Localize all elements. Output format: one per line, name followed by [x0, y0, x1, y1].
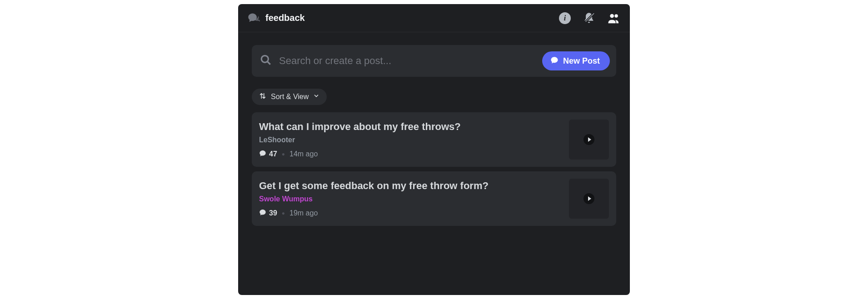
- search-bar: New Post: [252, 45, 616, 77]
- channel-name: feedback: [265, 13, 305, 23]
- post-meta: 47 ● 14m ago: [259, 150, 562, 159]
- comment-count: 39: [259, 209, 277, 218]
- search-input[interactable]: [279, 55, 535, 67]
- new-post-button[interactable]: New Post: [542, 51, 610, 70]
- svg-line-4: [267, 61, 270, 65]
- post-card[interactable]: Get I get some feedback on my free throw…: [252, 171, 616, 226]
- comment-count-value: 47: [269, 150, 277, 158]
- post-thumbnail[interactable]: [569, 179, 609, 219]
- post-body: What can I improve about my free throws?…: [259, 120, 562, 159]
- post-author: LeShooter: [259, 136, 562, 144]
- content-area: New Post Sort & View What can I improve …: [238, 32, 630, 226]
- forum-channel-icon: [247, 12, 260, 25]
- new-post-label: New Post: [563, 56, 600, 66]
- separator-dot: ●: [282, 210, 285, 216]
- post-card[interactable]: What can I improve about my free throws?…: [252, 112, 616, 167]
- comment-icon: [259, 150, 266, 159]
- members-icon[interactable]: [607, 11, 621, 25]
- notifications-muted-icon[interactable]: [583, 12, 595, 25]
- app-window: feedback i: [238, 4, 630, 295]
- info-icon[interactable]: i: [559, 12, 571, 24]
- header-right: i: [559, 11, 621, 25]
- post-time: 19m ago: [289, 209, 318, 217]
- comment-icon: [259, 209, 266, 218]
- header-left: feedback: [247, 12, 305, 25]
- separator-dot: ●: [282, 151, 285, 157]
- post-title: What can I improve about my free throws?: [259, 120, 562, 134]
- svg-point-3: [261, 55, 268, 62]
- comment-count: 47: [259, 150, 277, 159]
- comment-count-value: 39: [269, 209, 277, 217]
- play-icon: [584, 193, 594, 204]
- post-meta: 39 ● 19m ago: [259, 209, 562, 218]
- post-list: What can I improve about my free throws?…: [252, 112, 616, 226]
- sort-view-button[interactable]: Sort & View: [252, 89, 327, 105]
- chevron-down-icon: [313, 93, 319, 101]
- channel-header: feedback i: [238, 4, 630, 32]
- sort-arrows-icon: [259, 92, 266, 101]
- post-time: 14m ago: [289, 150, 318, 158]
- svg-point-1: [610, 14, 614, 18]
- search-icon: [260, 54, 272, 68]
- post-thumbnail[interactable]: [569, 120, 609, 160]
- post-body: Get I get some feedback on my free throw…: [259, 180, 562, 218]
- post-title: Get I get some feedback on my free throw…: [259, 180, 562, 193]
- svg-point-2: [614, 14, 618, 18]
- sort-view-label: Sort & View: [271, 93, 309, 101]
- chat-bubble-icon: [550, 56, 559, 66]
- play-icon: [584, 134, 594, 145]
- post-author: Swole Wumpus: [259, 195, 562, 203]
